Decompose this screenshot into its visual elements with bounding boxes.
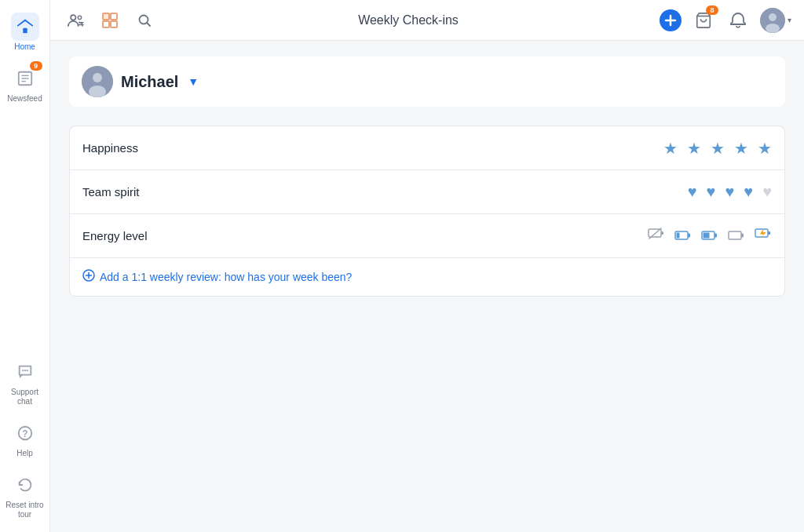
battery-low[interactable]	[674, 227, 692, 245]
newsfeed-icon: 9	[11, 64, 39, 93]
checkin-table: Happiness ★ ★ ★ ★ ★ Team spirit ♥ ♥ ♥ ♥ …	[69, 126, 785, 297]
sidebar-reset-label: Reset intro tour	[3, 501, 46, 519]
svg-rect-38	[704, 233, 710, 239]
sidebar-home-label: Home	[14, 42, 35, 52]
star-4[interactable]: ★	[734, 139, 748, 158]
checkin-row-team-spirit: Team spirit ♥ ♥ ♥ ♥ ♥	[70, 170, 784, 214]
svg-point-7	[24, 370, 25, 371]
svg-rect-39	[729, 231, 741, 239]
svg-text:?: ?	[22, 428, 27, 439]
bell-icon[interactable]	[725, 8, 751, 33]
sidebar-item-reset-intro-tour[interactable]: Reset intro tour	[0, 465, 49, 526]
add-review-row[interactable]: Add a 1:1 weekly review: how has your we…	[70, 258, 784, 296]
svg-rect-35	[677, 233, 680, 239]
star-3[interactable]: ★	[711, 139, 725, 158]
team-spirit-icons: ♥ ♥ ♥ ♥ ♥	[688, 183, 772, 201]
svg-rect-15	[103, 13, 109, 20]
user-header: Michael ▼	[69, 56, 785, 107]
add-button[interactable]	[660, 9, 682, 31]
heart-5[interactable]: ♥	[762, 183, 772, 201]
help-icon: ?	[11, 419, 39, 447]
heart-1[interactable]: ♥	[688, 183, 697, 201]
sidebar: Home 9 Newsfeed	[0, 0, 50, 532]
team-spirit-label: Team spirit	[82, 185, 688, 199]
add-review-text: Add a 1:1 weekly review: how has your we…	[100, 271, 352, 283]
user-dropdown-chevron[interactable]: ▼	[188, 75, 199, 88]
sidebar-item-newsfeed[interactable]: 9 Newsfeed	[0, 58, 49, 110]
happiness-label: Happiness	[82, 141, 663, 155]
reset-intro-tour-icon	[11, 471, 39, 499]
team-icon[interactable]	[63, 8, 88, 33]
add-circle-icon	[82, 269, 95, 285]
user-avatar	[82, 66, 113, 97]
user-name: Michael	[121, 73, 178, 91]
star-5[interactable]: ★	[758, 139, 772, 158]
svg-point-12	[78, 16, 82, 20]
topbar-right: 8 ▾	[660, 8, 791, 33]
heart-3[interactable]: ♥	[725, 183, 734, 201]
support-chat-icon	[11, 358, 39, 386]
topbar: Weekly Check-ins 8	[50, 0, 804, 41]
checkin-row-energy-level: Energy level	[70, 214, 784, 258]
svg-point-28	[93, 73, 102, 82]
heart-2[interactable]: ♥	[707, 183, 716, 201]
search-icon[interactable]	[132, 8, 157, 33]
svg-rect-16	[111, 13, 117, 20]
energy-level-icons	[648, 227, 772, 245]
svg-point-25	[769, 13, 777, 21]
svg-rect-37	[714, 234, 717, 238]
main-content: Weekly Check-ins 8	[50, 0, 804, 532]
layout-icon[interactable]	[97, 8, 122, 33]
svg-point-6	[22, 370, 24, 371]
topbar-left	[63, 8, 157, 33]
energy-level-label: Energy level	[82, 229, 648, 242]
svg-line-20	[148, 23, 151, 26]
sidebar-help-label: Help	[16, 449, 33, 458]
svg-rect-34	[688, 234, 690, 238]
sidebar-item-help[interactable]: ? Help	[0, 413, 49, 465]
svg-point-26	[766, 24, 780, 33]
battery-slash[interactable]	[648, 227, 665, 245]
user-avatar-caret[interactable]: ▾	[788, 16, 791, 24]
sidebar-item-home[interactable]: Home	[0, 6, 49, 58]
sidebar-newsfeed-label: Newsfeed	[7, 94, 42, 104]
happiness-icons: ★ ★ ★ ★ ★	[663, 139, 772, 158]
svg-rect-42	[768, 231, 770, 235]
sidebar-item-support-chat[interactable]: Support chat	[0, 352, 49, 413]
svg-rect-40	[741, 234, 744, 238]
home-icon	[11, 13, 39, 41]
cart-badge: 8	[706, 5, 718, 15]
user-avatar-button[interactable]	[760, 8, 785, 33]
content-area: Michael ▼ Happiness ★ ★ ★ ★ ★ Team spiri…	[50, 41, 804, 532]
svg-rect-17	[103, 21, 109, 27]
star-2[interactable]: ★	[687, 139, 701, 158]
battery-lightning[interactable]	[755, 227, 772, 245]
svg-rect-18	[111, 21, 117, 27]
newsfeed-badge: 9	[30, 61, 42, 71]
cart-icon[interactable]: 8	[691, 8, 716, 33]
svg-rect-1	[23, 28, 27, 33]
svg-point-8	[26, 370, 27, 371]
battery-medium[interactable]	[701, 227, 718, 245]
battery-empty[interactable]	[728, 227, 745, 245]
checkin-row-happiness: Happiness ★ ★ ★ ★ ★	[70, 126, 784, 170]
sidebar-support-chat-label: Support chat	[3, 388, 46, 406]
svg-point-19	[140, 15, 148, 24]
heart-4[interactable]: ♥	[744, 183, 753, 201]
star-1[interactable]: ★	[663, 139, 678, 158]
topbar-title: Weekly Check-ins	[157, 13, 660, 27]
svg-point-11	[71, 15, 75, 20]
svg-rect-31	[661, 231, 663, 235]
